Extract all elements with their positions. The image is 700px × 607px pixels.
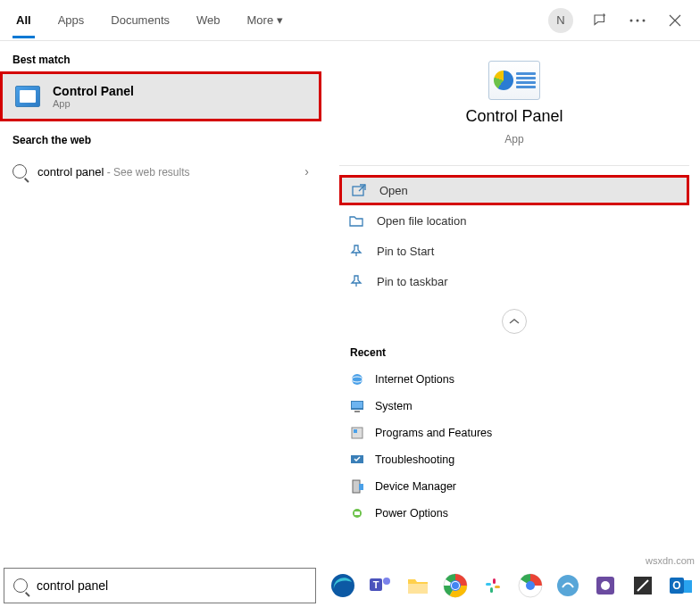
svg-rect-13 xyxy=(359,484,363,490)
web-query: control panel xyxy=(38,165,104,179)
search-bar[interactable] xyxy=(4,568,316,603)
recent-label: Recent xyxy=(341,343,688,366)
svg-point-2 xyxy=(643,19,646,21)
folder-icon xyxy=(348,214,364,227)
recent-troubleshooting[interactable]: Troubleshooting xyxy=(341,446,688,473)
pin-taskbar-icon xyxy=(348,275,364,287)
svg-rect-20 xyxy=(408,584,428,594)
svg-point-0 xyxy=(630,19,633,21)
svg-point-31 xyxy=(526,581,535,590)
internet-options-icon xyxy=(350,372,364,387)
action-pin-taskbar[interactable]: Pin to taskbar xyxy=(339,266,689,296)
search-icon xyxy=(13,578,28,593)
search-icon xyxy=(12,164,27,179)
open-icon xyxy=(351,184,367,196)
app-icon-1[interactable] xyxy=(554,571,582,600)
svg-point-32 xyxy=(557,575,579,596)
app-icon-2[interactable] xyxy=(591,571,620,600)
divider xyxy=(339,165,689,166)
web-more: - See web results xyxy=(104,166,189,179)
preview-header: Control Panel App xyxy=(339,61,689,160)
teams-icon[interactable]: T xyxy=(366,571,395,600)
recent-label-text: Internet Options xyxy=(375,373,454,386)
slack-icon[interactable] xyxy=(479,571,507,600)
power-options-icon xyxy=(350,506,364,520)
web-result-row[interactable]: control panel - See web results › xyxy=(0,152,321,191)
result-subtitle: App xyxy=(53,98,134,109)
preview-title: Control Panel xyxy=(465,107,562,126)
recent-label-text: Troubleshooting xyxy=(375,453,454,466)
preview-pane: Control Panel App Open Open file locatio… xyxy=(321,41,700,559)
result-control-panel[interactable]: Control Panel App xyxy=(0,71,321,121)
chevron-right-icon: › xyxy=(304,164,309,179)
action-open-location-label: Open file location xyxy=(377,214,466,228)
recent-system[interactable]: System xyxy=(341,393,688,420)
search-input[interactable] xyxy=(37,578,306,593)
edge-icon[interactable] xyxy=(329,571,357,600)
recent-power-options[interactable]: Power Options xyxy=(341,500,688,527)
watermark: wsxdn.com xyxy=(646,555,695,566)
svg-rect-10 xyxy=(354,429,357,433)
action-open-location[interactable]: Open file location xyxy=(339,205,689,236)
svg-rect-38 xyxy=(684,580,692,593)
result-text: Control Panel App xyxy=(53,84,134,109)
svg-point-19 xyxy=(383,578,390,585)
action-pin-taskbar-label: Pin to taskbar xyxy=(377,275,448,288)
outlook-icon[interactable]: O xyxy=(666,571,695,600)
user-avatar[interactable]: N xyxy=(548,8,573,33)
tab-web[interactable]: Web xyxy=(193,3,224,38)
recent-programs[interactable]: Programs and Features xyxy=(341,420,688,446)
file-explorer-icon[interactable] xyxy=(404,571,432,600)
recent-device-manager[interactable]: Device Manager xyxy=(341,473,688,500)
svg-point-4 xyxy=(352,374,362,385)
results-pane: Best match Control Panel App Search the … xyxy=(0,41,321,559)
feedback-icon[interactable] xyxy=(589,10,611,31)
tab-more-label: More xyxy=(247,13,274,27)
action-pin-start[interactable]: Pin to Start xyxy=(339,236,689,266)
tab-documents[interactable]: Documents xyxy=(107,3,173,38)
recent-internet-options[interactable]: Internet Options xyxy=(341,366,688,393)
programs-icon xyxy=(350,426,364,440)
result-title: Control Panel xyxy=(53,84,134,98)
svg-rect-26 xyxy=(486,583,491,586)
app-icon-3[interactable] xyxy=(629,571,657,600)
chrome-icon[interactable] xyxy=(441,571,470,600)
top-actions: N xyxy=(548,8,693,33)
action-open[interactable]: Open xyxy=(339,175,689,205)
pin-start-icon xyxy=(348,245,364,257)
troubleshooting-icon xyxy=(350,453,364,467)
web-result-text: control panel - See web results xyxy=(38,165,190,179)
action-open-label: Open xyxy=(379,184,408,197)
recent-label-text: Programs and Features xyxy=(375,427,492,439)
tab-apps[interactable]: Apps xyxy=(54,3,88,38)
content: Best match Control Panel App Search the … xyxy=(0,41,700,559)
recent-section: Recent Internet Options System Programs … xyxy=(339,343,689,527)
close-icon[interactable] xyxy=(664,10,686,31)
svg-rect-8 xyxy=(354,411,360,412)
top-bar: All Apps Documents Web More ▾ N xyxy=(0,0,700,41)
actions-list: Open Open file location Pin to Start Pin… xyxy=(339,175,689,296)
svg-point-1 xyxy=(637,19,639,21)
svg-rect-7 xyxy=(352,402,362,408)
taskbar: T O xyxy=(325,568,698,603)
tab-more[interactable]: More ▾ xyxy=(244,3,287,38)
device-manager-icon xyxy=(350,479,364,494)
control-panel-large-icon xyxy=(488,61,540,100)
web-result-left: control panel - See web results xyxy=(12,164,190,179)
chrome-canary-icon[interactable] xyxy=(516,571,545,600)
system-icon xyxy=(350,399,364,413)
svg-rect-29 xyxy=(493,578,496,584)
recent-label-text: Device Manager xyxy=(375,480,456,493)
chevron-up-icon xyxy=(509,318,520,325)
tab-all[interactable]: All xyxy=(12,3,35,38)
svg-rect-27 xyxy=(490,587,493,593)
search-web-label: Search the web xyxy=(0,129,321,152)
svg-rect-28 xyxy=(495,586,500,588)
chevron-down-icon: ▾ xyxy=(277,13,283,27)
recent-label-text: System xyxy=(375,400,412,412)
more-icon[interactable] xyxy=(627,10,648,31)
collapse-button[interactable] xyxy=(502,309,527,334)
svg-point-25 xyxy=(452,582,459,589)
svg-rect-12 xyxy=(353,480,360,493)
svg-text:T: T xyxy=(373,579,379,590)
